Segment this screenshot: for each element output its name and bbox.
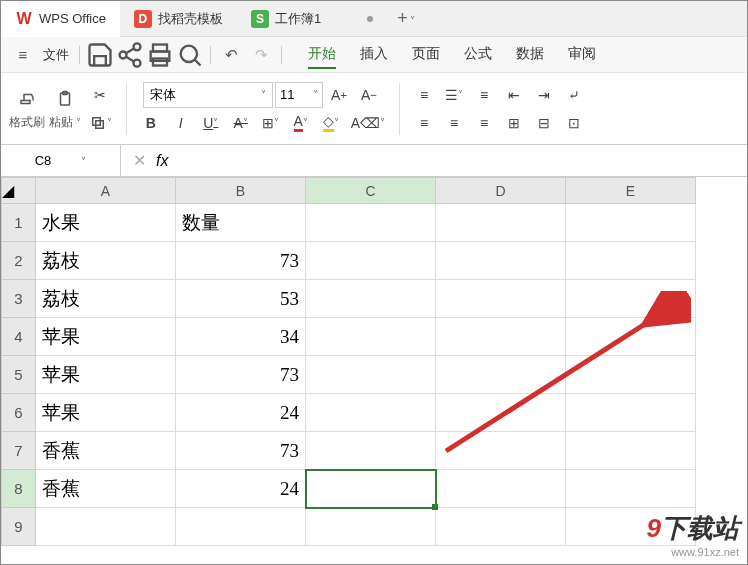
cell[interactable]	[176, 508, 306, 546]
border-icon[interactable]: ⊞˅	[257, 110, 285, 136]
file-menu[interactable]: 文件	[39, 46, 73, 64]
align-center-icon[interactable]: ≡	[440, 110, 468, 136]
row-head[interactable]: 2	[2, 242, 36, 280]
row-head[interactable]: 6	[2, 394, 36, 432]
save-icon[interactable]	[86, 41, 114, 69]
cell[interactable]	[436, 470, 566, 508]
cell[interactable]: 数量	[176, 204, 306, 242]
select-all-corner[interactable]: ◢	[2, 178, 36, 204]
cancel-icon[interactable]: ✕	[133, 151, 146, 170]
decrease-font-icon[interactable]: A−	[355, 82, 383, 108]
paste-icon[interactable]	[51, 86, 79, 112]
redo-icon[interactable]: ↷	[247, 41, 275, 69]
align-left-icon[interactable]: ≡	[470, 82, 498, 108]
cell[interactable]: 73	[176, 356, 306, 394]
ribbon-review[interactable]: 审阅	[568, 41, 596, 69]
cell[interactable]: 香蕉	[36, 432, 176, 470]
align-top-icon[interactable]: ≡	[410, 82, 438, 108]
row-head[interactable]: 4	[2, 318, 36, 356]
cell[interactable]	[436, 394, 566, 432]
cell[interactable]	[566, 242, 696, 280]
row-head[interactable]: 1	[2, 204, 36, 242]
cell[interactable]	[436, 508, 566, 546]
cell[interactable]	[566, 204, 696, 242]
spreadsheet-grid[interactable]: ◢ A B C D E 1水果数量 2荔枝73 3荔枝53 4苹果34 5苹果7…	[1, 177, 747, 546]
split-icon[interactable]: ⊟	[530, 110, 558, 136]
cell[interactable]	[566, 356, 696, 394]
row-head[interactable]: 8	[2, 470, 36, 508]
cell[interactable]: 荔枝	[36, 280, 176, 318]
cell[interactable]: 荔枝	[36, 242, 176, 280]
bold-button[interactable]: B	[137, 110, 165, 136]
cell[interactable]	[566, 280, 696, 318]
indent-inc-icon[interactable]: ⇥	[530, 82, 558, 108]
fill-color-icon[interactable]: ◇˅	[317, 110, 345, 136]
cell[interactable]: 水果	[36, 204, 176, 242]
italic-button[interactable]: I	[167, 110, 195, 136]
cell[interactable]	[566, 394, 696, 432]
cell[interactable]	[566, 432, 696, 470]
clear-format-icon[interactable]: A⌫˅	[347, 110, 389, 136]
cell[interactable]: 苹果	[36, 394, 176, 432]
cell[interactable]	[306, 318, 436, 356]
tab-docer[interactable]: D 找稻壳模板	[120, 1, 237, 37]
row-head[interactable]: 7	[2, 432, 36, 470]
format-brush-icon[interactable]	[13, 86, 41, 112]
cell[interactable]: 24	[176, 470, 306, 508]
cell[interactable]	[306, 280, 436, 318]
preview-icon[interactable]	[176, 41, 204, 69]
hamburger-icon[interactable]: ≡	[9, 41, 37, 69]
row-head[interactable]: 9	[2, 508, 36, 546]
col-head-c[interactable]: C	[306, 178, 436, 204]
cell[interactable]	[306, 242, 436, 280]
cell[interactable]: 73	[176, 242, 306, 280]
merge-icon[interactable]: ⊞	[500, 110, 528, 136]
cell[interactable]	[436, 280, 566, 318]
orient-icon[interactable]: ⊡	[560, 110, 588, 136]
name-box[interactable]: C8˅	[1, 145, 121, 177]
tab-workbook[interactable]: S 工作簿1	[237, 1, 387, 37]
copy-icon[interactable]: ˅	[85, 110, 116, 136]
font-name-select[interactable]: 宋体˅	[143, 82, 273, 108]
tab-wps[interactable]: W WPS Office	[1, 1, 120, 37]
cell[interactable]	[566, 470, 696, 508]
cell[interactable]	[566, 318, 696, 356]
cell[interactable]: 香蕉	[36, 470, 176, 508]
ribbon-page[interactable]: 页面	[412, 41, 440, 69]
print-icon[interactable]	[146, 41, 174, 69]
col-head-a[interactable]: A	[36, 178, 176, 204]
increase-font-icon[interactable]: A+	[325, 82, 353, 108]
cell[interactable]	[436, 204, 566, 242]
cut-icon[interactable]: ✂	[86, 82, 114, 108]
cell[interactable]	[436, 356, 566, 394]
undo-icon[interactable]: ↶	[217, 41, 245, 69]
ribbon-insert[interactable]: 插入	[360, 41, 388, 69]
cell[interactable]	[436, 432, 566, 470]
align-mid-icon[interactable]: ☰˅	[440, 82, 468, 108]
cell[interactable]	[436, 242, 566, 280]
cell[interactable]	[306, 394, 436, 432]
add-tab-button[interactable]: + ˅	[387, 8, 425, 29]
cell[interactable]: 苹果	[36, 318, 176, 356]
align-right-icon[interactable]: ≡	[470, 110, 498, 136]
cell[interactable]	[306, 356, 436, 394]
fill-handle[interactable]	[432, 504, 438, 510]
align-bot-icon[interactable]: ≡	[410, 110, 438, 136]
cell[interactable]: 34	[176, 318, 306, 356]
ribbon-data[interactable]: 数据	[516, 41, 544, 69]
wrap-icon[interactable]: ⤶	[560, 82, 588, 108]
cell[interactable]	[306, 508, 436, 546]
cell[interactable]: 24	[176, 394, 306, 432]
ribbon-formula[interactable]: 公式	[464, 41, 492, 69]
fx-label[interactable]: fx	[156, 152, 168, 170]
cell[interactable]	[306, 204, 436, 242]
col-head-d[interactable]: D	[436, 178, 566, 204]
indent-dec-icon[interactable]: ⇤	[500, 82, 528, 108]
cell[interactable]	[306, 432, 436, 470]
ribbon-start[interactable]: 开始	[308, 41, 336, 69]
selected-cell[interactable]	[306, 470, 436, 508]
cell[interactable]: 苹果	[36, 356, 176, 394]
cell[interactable]	[436, 318, 566, 356]
col-head-e[interactable]: E	[566, 178, 696, 204]
row-head[interactable]: 5	[2, 356, 36, 394]
